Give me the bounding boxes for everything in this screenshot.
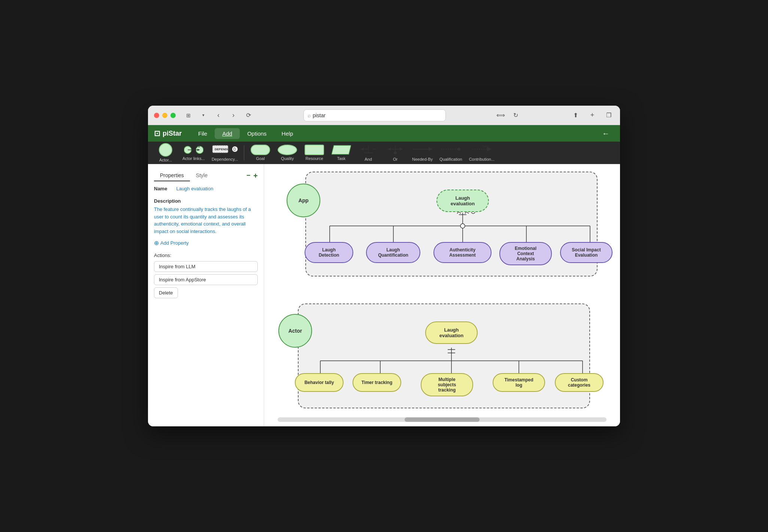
dependency-icon: DEPENDUM D <box>212 144 238 156</box>
toolbar: Actor... is a Actor links... DEPENDUM <box>148 142 620 164</box>
goal-tool[interactable]: Goal <box>247 143 273 162</box>
menu-back-arrow[interactable]: ← <box>598 127 614 140</box>
top-actor-label: App <box>298 197 308 203</box>
sidebar-toggle-button[interactable]: ⊞ <box>183 110 194 121</box>
quality-tool[interactable]: Quality <box>274 143 300 162</box>
menu-help[interactable]: Help <box>274 128 301 139</box>
contribution-icon: help <box>472 144 492 156</box>
top-goal-emotional[interactable]: EmotionalContextAnalysis <box>499 242 552 265</box>
description-value: The feature continually tracks the laugh… <box>154 206 258 235</box>
needed-by-tool[interactable]: Needed-By <box>409 142 436 163</box>
add-property-link[interactable]: ⊕ Add Property <box>154 239 258 247</box>
top-actor-node[interactable]: App <box>287 184 320 217</box>
minimize-property-btn[interactable]: − <box>247 172 251 180</box>
svg-text:is a: is a <box>195 145 200 148</box>
titlebar-right: ⬆ + ❐ <box>571 110 614 121</box>
or-tool[interactable]: Or <box>382 142 408 163</box>
dependency-tool[interactable]: DEPENDUM D Dependency... <box>209 142 241 163</box>
top-goal-laugh-detection[interactable]: LaughDetection <box>305 242 353 263</box>
actor-links-icon: is a <box>184 145 203 155</box>
delete-button[interactable]: Delete <box>154 287 178 298</box>
add-property-plus-icon: ⊕ <box>154 239 159 247</box>
bottom-goal-timestamped[interactable]: Timestampedlog <box>493 373 545 392</box>
canvas[interactable]: App Laughevaluation LaughDetection Laugh… <box>264 164 620 426</box>
bottom-central-goal[interactable]: Laughevaluation <box>425 321 478 344</box>
refresh-icon[interactable]: ⟳ <box>243 110 254 121</box>
maximize-button[interactable] <box>170 113 176 118</box>
traffic-lights <box>154 113 176 118</box>
and-tool[interactable]: And <box>355 142 381 163</box>
qualification-tool[interactable]: Qualification <box>436 142 465 163</box>
task-icon <box>332 145 351 155</box>
contribution-tool[interactable]: help Contribution... <box>466 142 498 163</box>
bottom-goal-multiple[interactable]: Multiplesubjectstracking <box>421 373 473 396</box>
svg-point-15 <box>394 151 397 154</box>
top-goal-social[interactable]: Social ImpactEvaluation <box>560 242 613 263</box>
bottom-central-goal-label: Laughevaluation <box>439 327 463 338</box>
refresh-icon-2[interactable]: ↻ <box>510 110 521 121</box>
or-icon <box>388 144 403 156</box>
and-label: And <box>365 157 372 161</box>
inspire-llm-button[interactable]: Inspire from LLM <box>154 261 258 272</box>
menu-add[interactable]: Add <box>215 128 240 139</box>
svg-marker-22 <box>429 147 432 151</box>
minimize-button[interactable] <box>162 113 167 118</box>
actor-links-label: Actor links... <box>182 156 205 161</box>
share-button[interactable]: ⬆ <box>571 110 581 121</box>
quality-icon <box>278 145 297 155</box>
scrollbar-thumb[interactable] <box>405 417 480 422</box>
menu-file[interactable]: File <box>191 128 215 139</box>
forward-button[interactable]: › <box>228 110 239 121</box>
custom-label: Customcategories <box>568 377 590 388</box>
svg-text:DEPENDUM: DEPENDUM <box>215 148 232 151</box>
timer-label: Timer tracking <box>362 380 392 385</box>
tab-style[interactable]: Style <box>190 170 214 181</box>
sidebar-toggle-chevron[interactable]: ▾ <box>198 110 209 121</box>
actions-section: Actions: Inspire from LLM Inspire from A… <box>154 253 258 298</box>
and-icon <box>361 144 376 156</box>
top-goal-authenticity[interactable]: AuthenticityAssessment <box>433 242 492 263</box>
translate-icon[interactable]: ⟺ <box>495 110 506 121</box>
behavior-label: Behavior tally <box>305 380 334 385</box>
canvas-inner: App Laughevaluation LaughDetection Laugh… <box>264 164 601 426</box>
timestamped-label: Timestampedlog <box>504 377 533 388</box>
copy-window-button[interactable]: ❐ <box>604 110 614 121</box>
bottom-goal-behavior[interactable]: Behavior tally <box>295 373 344 392</box>
top-goal-laugh-quantification[interactable]: LaughQuantification <box>366 242 420 263</box>
task-tool[interactable]: Task <box>328 143 354 162</box>
tab-properties[interactable]: Properties <box>154 170 190 181</box>
add-property-icon-btn[interactable]: + <box>253 172 258 180</box>
goal-label: Goal <box>256 156 264 161</box>
close-button[interactable] <box>154 113 159 118</box>
search-input-value: pistar <box>313 112 326 118</box>
search-bar[interactable]: ⌕ pistar <box>303 109 446 121</box>
qualification-label: Qualification <box>439 157 462 161</box>
top-central-goal[interactable]: Laughevaluation <box>436 190 489 212</box>
svg-text:D: D <box>233 147 236 151</box>
bottom-goal-timer[interactable]: Timer tracking <box>353 373 401 392</box>
toolbar-sep-1 <box>244 145 244 160</box>
goal-icon <box>251 145 270 155</box>
bottom-actor-node[interactable]: Actor <box>278 314 312 348</box>
svg-marker-18 <box>388 148 391 151</box>
svg-point-24 <box>457 148 460 151</box>
actor-tool[interactable]: Actor... <box>152 142 179 164</box>
search-icon: ⌕ <box>308 112 311 118</box>
name-row: Name Laugh evaluation <box>154 186 258 193</box>
actor-links-tool[interactable]: is a Actor links... <box>179 143 208 162</box>
svg-marker-9 <box>332 145 351 154</box>
back-button[interactable]: ‹ <box>213 110 224 121</box>
new-tab-button[interactable]: + <box>587 110 598 121</box>
horizontal-scrollbar[interactable] <box>278 417 607 422</box>
resource-icon <box>305 145 324 155</box>
needed-by-icon <box>413 144 432 156</box>
resource-tool[interactable]: Resource <box>301 143 327 162</box>
laugh-detection-label: LaughDetection <box>319 247 339 258</box>
actions-label: Actions: <box>154 253 258 258</box>
menu-options[interactable]: Options <box>240 128 274 139</box>
actor-icon <box>159 143 172 157</box>
inspire-appstore-button[interactable]: Inspire from AppStore <box>154 274 258 285</box>
bottom-goal-custom[interactable]: Customcategories <box>555 373 604 392</box>
svg-marker-13 <box>361 148 364 151</box>
authenticity-label: AuthenticityAssessment <box>449 247 476 258</box>
